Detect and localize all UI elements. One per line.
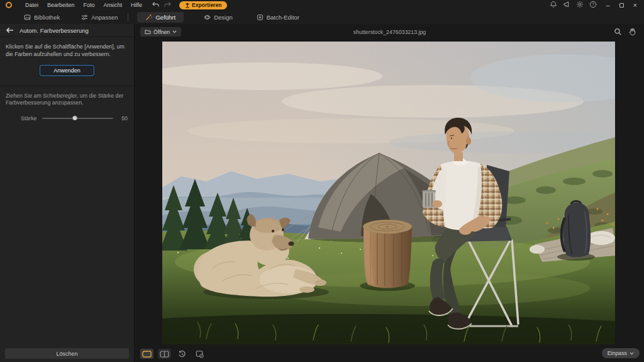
adjust-sliders-icon: [81, 14, 88, 21]
compare-original-icon[interactable]: [193, 349, 206, 359]
close-button[interactable]: ×: [633, 2, 637, 8]
minimize-button[interactable]: –: [606, 2, 609, 8]
tab-design[interactable]: Design: [199, 12, 238, 23]
zoom-icon[interactable]: [611, 26, 625, 37]
upload-icon: [185, 3, 190, 8]
tab-bibliothek[interactable]: Bibliothek: [19, 12, 65, 23]
export-button[interactable]: Exportieren: [179, 1, 227, 9]
strength-value: 50: [119, 115, 128, 122]
menubar: Datei Bearbeiten Foto Ansicht Hilfe: [21, 1, 147, 9]
redo-icon[interactable]: [164, 0, 172, 11]
image-filename: shutterstock_2476033213.jpg: [211, 29, 569, 35]
titlebar: Datei Bearbeiten Foto Ansicht Hilfe Expo…: [0, 0, 644, 24]
canvas-area: Öffnen shutterstock_2476033213.jpg: [135, 24, 644, 362]
back-arrow-icon[interactable]: [6, 25, 14, 36]
menu-hilfe[interactable]: Hilfe: [126, 1, 147, 9]
chevron-down-icon: [172, 30, 177, 33]
menu-ansicht[interactable]: Ansicht: [99, 1, 127, 9]
app-logo-icon: [6, 2, 12, 8]
help-icon[interactable]: ?: [589, 0, 597, 11]
bell-icon[interactable]: [550, 0, 557, 11]
undo-icon[interactable]: [152, 0, 160, 11]
folder-icon: [145, 29, 151, 35]
open-button[interactable]: Öffnen: [140, 27, 181, 37]
strength-slider[interactable]: [42, 118, 113, 119]
tab-anpassen[interactable]: Anpassen: [76, 12, 123, 23]
slider-instruction: Ziehen Sie am Schieberegler, um die Stär…: [0, 86, 134, 108]
menu-bearbeiten[interactable]: Bearbeiten: [43, 1, 79, 9]
zoom-fit-button[interactable]: Einpass: [602, 348, 640, 358]
tab-gefuehrt[interactable]: Geführt: [137, 12, 184, 23]
design-icon: [204, 14, 211, 21]
gear-icon[interactable]: [576, 0, 584, 11]
single-view-icon[interactable]: [140, 349, 153, 359]
hand-icon[interactable]: [625, 26, 640, 37]
delete-button[interactable]: Löschen: [5, 348, 129, 359]
batch-editor-icon: [257, 14, 264, 21]
strength-slider-thumb[interactable]: [73, 116, 77, 120]
library-icon: [24, 14, 31, 21]
photo-stump: [360, 220, 415, 291]
panel-title: Autom. Farbverbesserung: [19, 27, 89, 34]
magic-wand-icon: [145, 14, 152, 21]
apply-button[interactable]: Anwenden: [40, 65, 94, 76]
maximize-button[interactable]: [619, 3, 624, 8]
chevron-down-icon: [630, 352, 634, 355]
view-mode-toolbar: [140, 349, 206, 359]
tabs-divider: [128, 13, 128, 21]
apply-instruction: Klicken Sie auf die Schaltfläche [Anwend…: [0, 37, 134, 59]
photo-image[interactable]: [162, 42, 615, 344]
strength-label: Stärke: [21, 115, 36, 122]
announcement-icon[interactable]: [563, 0, 570, 11]
menubar-row: Datei Bearbeiten Foto Ansicht Hilfe Expo…: [0, 0, 644, 10]
mode-tabs: Bibliothek Anpassen Geführt Design Batch…: [0, 10, 644, 24]
tab-batch-editor[interactable]: Batch-Editor: [252, 12, 304, 23]
app-window: Datei Bearbeiten Foto Ansicht Hilfe Expo…: [0, 0, 644, 362]
history-icon[interactable]: [175, 349, 189, 359]
menu-datei[interactable]: Datei: [21, 1, 43, 9]
svg-text:?: ?: [592, 2, 594, 6]
menu-foto[interactable]: Foto: [79, 1, 99, 9]
guided-panel: Autom. Farbverbesserung Klicken Sie auf …: [0, 24, 135, 362]
split-view-icon[interactable]: [158, 349, 171, 359]
